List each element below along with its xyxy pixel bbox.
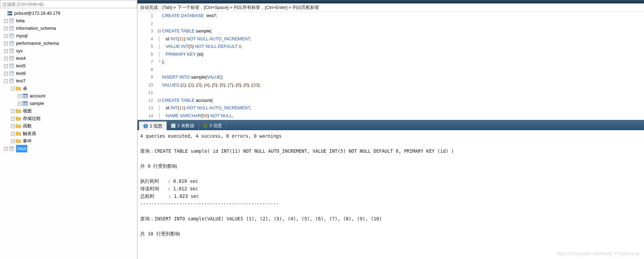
db-node[interactable]: + information_schema: [2, 25, 136, 32]
result-tab[interactable]: 2 表数据: [167, 121, 199, 130]
expand-icon[interactable]: +: [4, 27, 8, 30]
info-icon: [143, 124, 148, 128]
database-icon: [9, 26, 15, 31]
expand-icon[interactable]: +: [11, 139, 15, 143]
expand-icon[interactable]: +: [4, 147, 8, 151]
db-label: test4: [16, 55, 26, 62]
database-icon: [9, 63, 15, 69]
db-node[interactable]: + test5: [2, 62, 136, 70]
table-icon: [22, 93, 28, 99]
db-label: performance_schema: [16, 40, 59, 47]
result-panel[interactable]: 4 queries executed, 4 success, 0 errors,…: [137, 130, 644, 259]
database-icon: [9, 146, 15, 151]
database-icon: [9, 41, 15, 46]
result-tab[interactable]: 3 信息: [199, 121, 226, 130]
folder-node[interactable]: + 事件: [2, 137, 136, 145]
db-node[interactable]: + test6: [2, 70, 136, 77]
db-label: sys: [16, 47, 23, 55]
editor-tabstrip[interactable]: [137, 0, 644, 3]
db-label: beta: [16, 17, 25, 25]
db-node[interactable]: + performance_schema: [2, 40, 136, 47]
sql-editor[interactable]: 1234567891011121314 ⊟│││└ ⊟││ CREATE DAT…: [137, 12, 644, 120]
fold-column[interactable]: ⊟│││└ ⊟││: [157, 12, 162, 120]
sidebar: pcloud@172.18.40.179 + beta + informatio…: [0, 0, 137, 259]
db-node[interactable]: + sys: [2, 47, 136, 55]
table-node-sample[interactable]: + sample: [2, 100, 136, 107]
expand-icon[interactable]: +: [4, 42, 8, 45]
db-node-zeus[interactable]: + zeus: [2, 145, 136, 152]
folder-node[interactable]: + 视图: [2, 107, 136, 115]
expand-icon[interactable]: +: [11, 117, 15, 121]
expand-icon[interactable]: +: [4, 19, 8, 23]
tab-label: 2 表数据: [177, 123, 194, 129]
tab-label: 1 信息: [150, 123, 162, 129]
expand-icon[interactable]: +: [4, 57, 8, 60]
folder-label: 函数: [23, 122, 32, 130]
db-label: test6: [16, 70, 26, 77]
database-icon: [9, 18, 15, 24]
folder-label: 触发器: [23, 130, 36, 137]
expand-icon[interactable]: +: [4, 49, 8, 53]
folder-label: 存储过程: [23, 115, 41, 122]
object-tree[interactable]: pcloud@172.18.40.179 + beta + informatio…: [0, 8, 137, 259]
main-panel: 自动完成：[Tab]-> 下一个标签，[Ctrl+Space]-> 列出所有标签…: [137, 0, 644, 259]
db-node[interactable]: + mysql: [2, 32, 136, 40]
table-node-account[interactable]: + account: [2, 92, 136, 100]
grid-icon: [171, 123, 176, 128]
tab-label: 3 信息: [209, 123, 222, 129]
server-label: pcloud@172.18.40.179: [14, 10, 60, 17]
db-node[interactable]: + test4: [2, 55, 136, 62]
db-node[interactable]: + beta: [2, 17, 136, 25]
expand-icon[interactable]: +: [11, 132, 15, 136]
database-icon: [9, 33, 15, 39]
result-tabstrip: 1 信息 2 表数据 3 信息: [137, 120, 644, 130]
collapse-icon[interactable]: −: [4, 79, 8, 83]
db-label: mysql: [16, 32, 28, 40]
server-node[interactable]: pcloud@172.18.40.179: [2, 10, 136, 17]
db-node-test7[interactable]: − test7: [2, 77, 136, 85]
folder-node[interactable]: + 存储过程: [2, 115, 136, 122]
folder-icon: [15, 86, 21, 91]
database-icon: [9, 48, 15, 54]
expand-icon[interactable]: +: [18, 102, 21, 106]
expand-icon[interactable]: +: [4, 34, 8, 38]
folder-node[interactable]: + 函数: [2, 122, 136, 130]
folder-icon: [15, 116, 21, 121]
expand-icon[interactable]: +: [4, 64, 8, 68]
filter-input[interactable]: [0, 0, 137, 8]
result-tab[interactable]: 1 信息: [139, 121, 167, 130]
table-icon: [22, 101, 28, 106]
database-icon: [9, 56, 15, 61]
server-icon: [7, 11, 13, 16]
db-label: test5: [16, 62, 26, 70]
database-icon: [9, 78, 15, 84]
expand-icon[interactable]: +: [11, 124, 15, 128]
folder-icon: [15, 108, 21, 114]
database-icon: [9, 71, 15, 76]
folder-icon: [15, 131, 21, 136]
collapse-icon[interactable]: −: [11, 87, 15, 91]
folder-tables[interactable]: − 表: [2, 85, 136, 92]
autocomplete-hint: 自动完成：[Tab]-> 下一个标签，[Ctrl+Space]-> 列出所有标签…: [137, 3, 644, 12]
line-gutter: 1234567891011121314: [137, 12, 157, 120]
folder-label: 事件: [23, 137, 32, 145]
folder-icon: [15, 138, 21, 144]
folder-label: 视图: [23, 107, 32, 115]
expand-icon[interactable]: +: [11, 109, 15, 113]
expand-icon[interactable]: +: [4, 72, 8, 76]
folder-icon: [15, 123, 21, 129]
folder-node[interactable]: + 触发器: [2, 130, 136, 137]
code-area[interactable]: CREATE DATABASE test7;CREATE TABLE sampl…: [162, 12, 644, 120]
expand-icon[interactable]: +: [18, 94, 21, 98]
db-label: information_schema: [16, 25, 56, 32]
info2-icon: [203, 123, 208, 128]
